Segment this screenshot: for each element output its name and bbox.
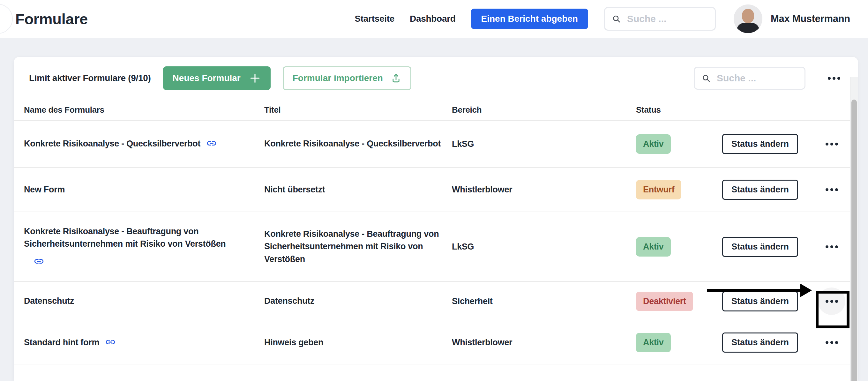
form-area: LkSG xyxy=(452,242,636,252)
status-badge: Aktiv xyxy=(636,333,671,352)
form-title: Konkrete Risikoanalyse - Beauftragung vo… xyxy=(264,228,452,265)
annotation-arrow-head xyxy=(800,284,812,297)
row-more-options-button[interactable] xyxy=(818,329,845,356)
link-icon[interactable] xyxy=(105,337,116,348)
forms-card: Limit aktiver Formulare (9/10) Neues For… xyxy=(14,57,858,381)
form-name: Standard hint form xyxy=(24,338,99,347)
ellipsis-icon xyxy=(826,245,838,248)
user-avatar[interactable] xyxy=(734,4,763,33)
status-badge: Aktiv xyxy=(636,237,671,257)
table-search xyxy=(694,67,805,90)
scrollbar-track[interactable] xyxy=(850,77,858,381)
header-search xyxy=(604,7,716,31)
submit-report-button[interactable]: Einen Bericht abgeben xyxy=(471,9,588,29)
form-area: Sicherheit xyxy=(452,296,636,306)
new-form-button[interactable]: Neues Formular xyxy=(163,66,271,90)
column-header-name: Name des Formulars xyxy=(24,105,264,115)
table-header-row: Name des Formulars Titel Bereich Status xyxy=(14,100,858,121)
table-row: Konkrete Risikoanalyse - Quecksilberverb… xyxy=(14,121,858,168)
nav-item-dashboard[interactable]: Dashboard xyxy=(410,14,456,24)
ellipsis-icon xyxy=(826,341,838,344)
row-more-options-button[interactable] xyxy=(818,233,845,260)
link-icon[interactable] xyxy=(33,256,44,267)
column-header-bereich: Bereich xyxy=(452,105,636,115)
form-area: Whistlerblower xyxy=(452,338,636,348)
column-header-status: Status xyxy=(636,105,722,115)
card-toolbar: Limit aktiver Formulare (9/10) Neues For… xyxy=(14,57,858,100)
user-name[interactable]: Max Mustermann xyxy=(771,13,850,25)
change-status-button[interactable]: Status ändern xyxy=(722,332,798,353)
table-row: Konkrete Risikoanalyse - Beauftragung vo… xyxy=(14,212,858,282)
change-status-button[interactable]: Status ändern xyxy=(722,180,798,200)
upload-icon xyxy=(391,73,401,84)
table-more-options-button[interactable] xyxy=(823,71,845,85)
form-title: Datenschutz xyxy=(264,295,452,307)
collapsed-sidebar-toggle xyxy=(0,4,13,34)
page-title: Formulare xyxy=(15,10,88,28)
table-row: Datenschutz Datenschutz Sicherheit Deakt… xyxy=(14,282,858,321)
link-icon[interactable] xyxy=(206,138,217,149)
form-area: Whistlerblower xyxy=(452,185,636,195)
form-area: LkSG xyxy=(452,139,636,149)
import-form-button[interactable]: Formular importieren xyxy=(283,66,411,90)
form-name: Konkrete Risikoanalyse - Beauftragung vo… xyxy=(24,227,226,249)
table-body: Konkrete Risikoanalyse - Quecksilberverb… xyxy=(14,121,858,364)
avatar-body-shape xyxy=(737,23,759,33)
ellipsis-icon xyxy=(826,188,838,191)
ellipsis-icon xyxy=(828,77,840,80)
new-form-button-label: Neues Formular xyxy=(173,73,241,83)
nav-item-startseite[interactable]: Startseite xyxy=(354,14,395,24)
row-more-options-button[interactable] xyxy=(818,130,845,158)
plus-icon xyxy=(249,72,261,84)
status-badge: Aktiv xyxy=(636,134,671,154)
import-form-button-label: Formular importieren xyxy=(292,73,383,83)
active-forms-limit-label: Limit aktiver Formulare (9/10) xyxy=(29,73,151,83)
search-icon xyxy=(612,14,621,24)
change-status-button[interactable]: Status ändern xyxy=(722,134,798,154)
table-row: New Form Nicht übersetzt Whistlerblower … xyxy=(14,168,858,212)
column-header-titel: Titel xyxy=(264,105,452,115)
row-more-options-button[interactable] xyxy=(818,176,845,203)
search-icon xyxy=(702,73,710,83)
form-name: New Form xyxy=(24,185,65,194)
change-status-button[interactable]: Status ändern xyxy=(722,237,798,257)
form-name: Datenschutz xyxy=(24,296,74,306)
scrollbar-thumb[interactable] xyxy=(851,100,857,381)
form-name: Konkrete Risikoanalyse - Quecksilberverb… xyxy=(24,139,200,148)
annotation-arrow-line xyxy=(707,289,801,292)
change-status-button[interactable]: Status ändern xyxy=(722,291,798,312)
annotation-highlight-box xyxy=(816,291,849,328)
header-right: Startseite Dashboard Einen Bericht abgeb… xyxy=(354,0,850,38)
form-title: Hinweis geben xyxy=(264,336,452,349)
header-search-input[interactable] xyxy=(627,13,708,24)
status-badge: Deaktiviert xyxy=(636,292,693,311)
top-header: Formulare Startseite Dashboard Einen Ber… xyxy=(0,0,868,38)
form-title: Nicht übersetzt xyxy=(264,184,452,196)
form-title: Konkrete Risikoanalyse - Quecksilberverb… xyxy=(264,137,452,150)
table-search-input[interactable] xyxy=(717,73,798,84)
status-badge: Entwurf xyxy=(636,180,681,199)
table-row: Standard hint form Hinweis geben Whistle… xyxy=(14,321,858,364)
ellipsis-icon xyxy=(826,142,838,146)
avatar-head-shape xyxy=(742,9,754,23)
